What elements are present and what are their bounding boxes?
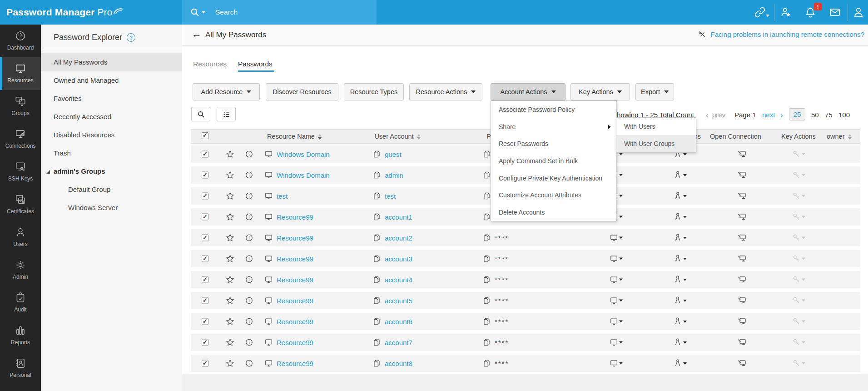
favorite-star-icon[interactable] — [225, 212, 235, 222]
favorite-star-icon[interactable] — [225, 191, 235, 201]
copy-icon[interactable] — [482, 150, 491, 159]
password-actions-menu-icon[interactable] — [610, 359, 623, 368]
favorite-star-icon[interactable] — [225, 359, 235, 368]
open-connection-icon[interactable] — [737, 150, 747, 159]
sidebar-item-ssh-keys[interactable]: SSH Keys — [0, 155, 41, 188]
masked-password[interactable]: **** — [495, 318, 509, 326]
resource-link[interactable]: Resource99 — [277, 213, 313, 221]
key-actions-disabled-icon[interactable] — [792, 359, 805, 368]
mail-icon[interactable] — [828, 6, 841, 19]
keys-menu-icon[interactable] — [673, 254, 687, 263]
password-actions-menu-icon[interactable] — [610, 276, 623, 284]
open-connection-icon[interactable] — [737, 275, 747, 285]
row-checkbox[interactable] — [202, 318, 208, 325]
favorite-star-icon[interactable] — [225, 233, 235, 243]
account-link[interactable]: account5 — [385, 297, 412, 305]
copy-icon[interactable] — [372, 317, 381, 326]
info-icon[interactable] — [245, 317, 253, 326]
favorite-star-icon[interactable] — [225, 170, 235, 180]
explorer-item-windows-server[interactable]: Windows Server — [41, 199, 182, 217]
resource-link[interactable]: Resource99 — [277, 297, 313, 305]
table-search-button[interactable] — [191, 107, 210, 121]
explorer-item-disabled-resources[interactable]: Disabled Resources — [41, 126, 182, 144]
remote-connection-help-link[interactable]: Facing problems in launching remote conn… — [698, 30, 864, 39]
key-actions-disabled-icon[interactable] — [792, 234, 805, 242]
copy-icon[interactable] — [482, 171, 491, 180]
resource-link[interactable]: Resource99 — [277, 255, 313, 263]
favorite-star-icon[interactable] — [225, 275, 235, 285]
sort-arrows-icon[interactable] — [318, 134, 322, 140]
key-actions-disabled-icon[interactable] — [792, 317, 805, 326]
key-actions-disabled-icon[interactable] — [792, 338, 805, 347]
masked-password[interactable]: **** — [495, 360, 509, 367]
resource-link[interactable]: Resource99 — [277, 318, 313, 326]
copy-icon[interactable] — [372, 296, 381, 305]
info-icon[interactable] — [245, 296, 253, 305]
page-size-50[interactable]: 50 — [811, 111, 819, 119]
open-connection-icon[interactable] — [737, 359, 747, 368]
favorite-star-icon[interactable] — [225, 254, 235, 264]
copy-icon[interactable] — [482, 276, 491, 284]
favorites-user-icon[interactable] — [779, 6, 792, 19]
keys-menu-icon[interactable] — [673, 275, 687, 284]
info-icon[interactable] — [245, 338, 253, 347]
copy-icon[interactable] — [482, 338, 491, 347]
back-arrow-icon[interactable]: ← — [192, 28, 202, 40]
open-connection-icon[interactable] — [737, 233, 747, 243]
row-checkbox[interactable] — [202, 172, 208, 179]
info-icon[interactable] — [245, 359, 253, 368]
key-actions-disabled-icon[interactable] — [792, 192, 805, 201]
resource-link[interactable]: Resource99 — [277, 339, 313, 346]
account-link[interactable]: guest — [385, 150, 402, 158]
quick-connect-icon[interactable] — [754, 6, 766, 19]
next-chevron-icon[interactable]: › — [780, 111, 783, 120]
copy-icon[interactable] — [372, 213, 381, 221]
password-actions-menu-icon[interactable] — [610, 234, 623, 242]
next-page-link[interactable]: next — [762, 111, 775, 119]
column-header-open-connection[interactable]: Open Connection — [710, 133, 761, 140]
row-checkbox[interactable] — [202, 276, 208, 283]
sidebar-item-personal[interactable]: Personal — [0, 352, 41, 385]
copy-icon[interactable] — [372, 359, 381, 368]
row-checkbox[interactable] — [202, 339, 208, 346]
page-size-100[interactable]: 100 — [838, 111, 850, 119]
row-checkbox[interactable] — [202, 235, 208, 241]
tab-passwords[interactable]: Passwords — [238, 60, 273, 68]
explorer-item-recently-accessed[interactable]: Recently Accessed — [41, 108, 182, 126]
account-link[interactable]: account1 — [385, 213, 412, 221]
key-actions-disabled-icon[interactable] — [792, 213, 805, 221]
resource-link[interactable]: Windows Domain — [277, 171, 330, 179]
sort-arrows-icon[interactable] — [848, 134, 852, 140]
copy-icon[interactable] — [372, 234, 381, 242]
submenu-item-with-users[interactable]: With Users — [616, 118, 696, 135]
key-actions-disabled-icon[interactable] — [792, 171, 805, 180]
explorer-item-trash[interactable]: Trash — [41, 144, 182, 162]
open-connection-icon[interactable] — [737, 296, 747, 306]
menu-item-customize-account-attributes[interactable]: Customize Account Attributes — [491, 186, 616, 204]
copy-icon[interactable] — [482, 192, 491, 201]
tab-resources[interactable]: Resources — [193, 60, 227, 68]
explorer-item-favorites[interactable]: Favorites — [41, 90, 182, 108]
column-header-key-actions[interactable]: Key Actions — [781, 133, 816, 140]
discover-resources-button[interactable]: Discover Resources — [266, 83, 338, 100]
masked-password[interactable]: **** — [495, 255, 509, 263]
prev-chevron-icon[interactable]: ‹ — [706, 111, 709, 120]
keys-menu-icon[interactable] — [673, 233, 687, 242]
copy-icon[interactable] — [482, 317, 491, 326]
open-connection-icon[interactable] — [737, 212, 747, 222]
masked-password[interactable]: **** — [495, 339, 509, 346]
info-icon[interactable] — [245, 234, 253, 242]
keys-menu-icon[interactable] — [673, 338, 687, 347]
account-link[interactable]: account8 — [385, 360, 412, 367]
open-connection-icon[interactable] — [737, 254, 747, 264]
row-checkbox[interactable] — [202, 360, 208, 367]
menu-item-delete-accounts[interactable]: Delete Accounts — [491, 204, 616, 221]
search-scope-selector[interactable] — [189, 7, 205, 18]
copy-icon[interactable] — [482, 255, 491, 263]
sidebar-item-admin[interactable]: Admin — [0, 254, 41, 286]
resource-link[interactable]: Windows Domain — [277, 150, 330, 158]
copy-icon[interactable] — [482, 213, 491, 221]
masked-password[interactable]: **** — [495, 276, 509, 284]
copy-icon[interactable] — [372, 255, 381, 263]
account-link[interactable]: admin — [385, 171, 403, 179]
